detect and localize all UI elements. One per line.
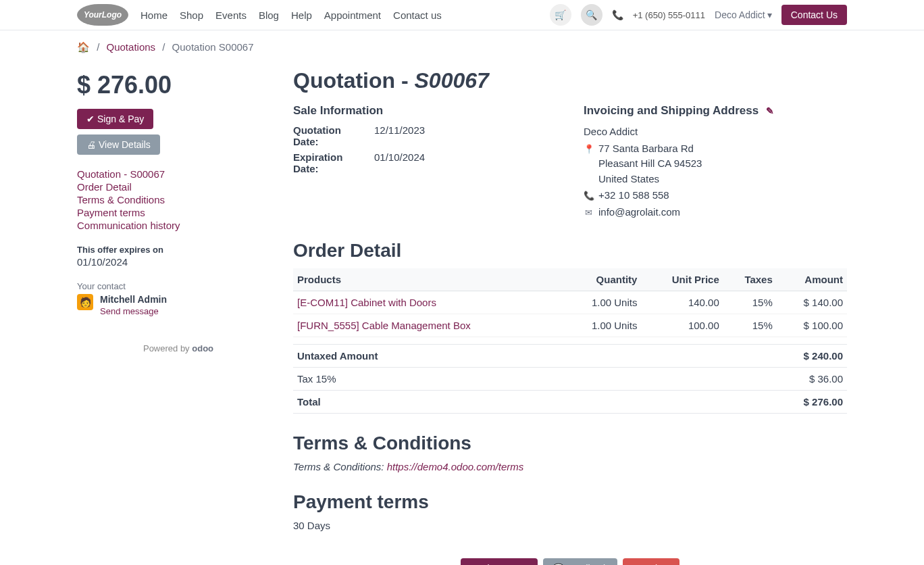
side-link-order[interactable]: Order Detail [77,181,280,193]
edit-address-button[interactable]: ✎ [766,105,774,116]
col-amount: Amount [777,268,847,291]
col-qty: Quantity [562,268,642,291]
side-link-terms[interactable]: Terms & Conditions [77,194,280,205]
address-email: info@agrolait.com [598,205,680,220]
phone-icon: 📞 [612,9,623,20]
page-title: Quotation - S00067 [293,68,847,93]
nav-help[interactable]: Help [291,9,312,21]
nav-appointment[interactable]: Appointment [324,9,381,21]
pin-icon: 📍 [584,141,593,156]
cell-qty: 1.00 Units [562,314,642,337]
side-link-payment[interactable]: Payment terms [77,207,280,218]
untaxed-label: Untaxed Amount [293,345,654,368]
contact-label: Your contact [77,281,280,291]
phone-icon: 📞 [584,188,593,203]
terms-head: Terms & Conditions [293,433,847,454]
totals-table: Untaxed Amount $ 240.00 Tax 15% $ 36.00 … [293,344,847,414]
cart-button[interactable]: 🛒 [550,4,571,26]
breadcrumb-quotations[interactable]: Quotations [107,41,156,53]
total-label: Total [293,391,654,414]
send-message-link[interactable]: Send message [100,306,159,316]
cell-amt: $ 100.00 [777,314,847,337]
powered-by: Powered by odoo [77,343,280,353]
address-line2: Pleasant Hill CA 94523 [598,156,702,172]
tax-value: $ 36.00 [654,368,847,391]
print-icon: 🖨 [86,139,96,150]
terms-link[interactable]: https://demo4.odoo.com/terms [387,461,524,472]
breadcrumb-current: Quotation S00067 [172,41,254,53]
untaxed-value: $ 240.00 [654,345,847,368]
cell-amt: $ 140.00 [777,291,847,314]
cell-unit: 100.00 [641,314,723,337]
address-line1: 77 Santa Barbara Rd [598,141,702,157]
tax-label: Tax 15% [293,368,654,391]
check-icon: ✔ [86,114,95,124]
main: Quotation - S00067 Sale Information Quot… [293,64,847,565]
col-unit: Unit Price [641,268,723,291]
sign-pay-button[interactable]: ✔ Sign & Pay [77,109,153,129]
product-link[interactable]: [FURN_5555] Cable Management Box [297,320,558,331]
nav-events[interactable]: Events [215,9,247,21]
side-nav: Quotation - S00067 Order Detail Terms & … [77,168,280,231]
contact-name: Mitchell Admin [100,294,167,305]
payment-terms-value: 30 Days [293,520,847,531]
nav-links: Home Shop Events Blog Help Appointment C… [140,9,442,21]
payment-terms-head: Payment terms [293,491,847,513]
expires-date: 01/10/2024 [77,256,280,268]
quotation-date-k: Quotation Date: [293,124,367,147]
view-details-button[interactable]: 🖨 View Details [77,134,160,155]
expiration-date-k: Expiration Date: [293,151,367,174]
user-dropdown[interactable]: Deco Addict ▾ [715,9,772,20]
order-table: Products Quantity Unit Price Taxes Amoun… [293,268,847,337]
product-link[interactable]: [E-COM11] Cabinet with Doors [297,297,558,308]
cell-qty: 1.00 Units [562,291,642,314]
breadcrumb: 🏠 / Quotations / Quotation S00067 [77,30,847,64]
sidebar: $ 276.00 ✔ Sign & Pay 🖨 View Details Quo… [77,64,280,353]
col-products: Products [293,268,562,291]
table-row: [E-COM11] Cabinet with Doors 1.00 Units … [293,291,847,314]
terms-label: Terms & Conditions: [293,461,387,472]
cell-unit: 140.00 [641,291,723,314]
nav-home[interactable]: Home [140,9,168,21]
pencil-icon: ✎ [766,105,774,116]
expiration-date-v: 01/10/2024 [374,151,557,174]
sale-info-head: Sale Information [293,104,557,118]
breadcrumb-home[interactable]: 🏠 [77,41,90,53]
cell-tax: 15% [723,291,777,314]
contact-us-button[interactable]: Contact Us [781,5,847,25]
address-phone: +32 10 588 558 [598,188,669,203]
nav-blog[interactable]: Blog [259,9,279,21]
sign-pay-button-bottom[interactable]: ✔ Sign & Pay [461,558,537,565]
search-icon: 🔍 [586,9,597,20]
quotation-date-v: 12/11/2023 [374,124,557,147]
logo[interactable]: YourLogo [77,4,128,26]
reject-button[interactable]: ✖ Reject [623,558,679,565]
avatar: 🧑 [77,294,93,310]
address-head: Invoicing and Shipping Address ✎ [584,104,847,118]
action-bar: ✔ Sign & Pay 💬 Feedback ✖ Reject [293,558,847,565]
address-name: Deco Addict [584,124,847,140]
navbar: YourLogo Home Shop Events Blog Help Appo… [0,0,924,30]
total-value: $ 276.00 [654,391,847,414]
side-link-quotation[interactable]: Quotation - S00067 [77,168,280,180]
mail-icon: ✉ [584,205,593,220]
chevron-down-icon: ▾ [767,9,772,20]
feedback-button[interactable]: 💬 Feedback [543,558,617,565]
search-button[interactable]: 🔍 [581,4,602,26]
phone-number: +1 (650) 555-0111 [633,10,705,20]
table-row: [FURN_5555] Cable Management Box 1.00 Un… [293,314,847,337]
expires-label: This offer expires on [77,245,280,255]
cell-tax: 15% [723,314,777,337]
address-line3: United States [598,172,702,187]
nav-contact[interactable]: Contact us [393,9,442,21]
total-price: $ 276.00 [77,71,280,99]
home-icon: 🏠 [77,41,90,53]
cart-icon: 🛒 [555,9,566,20]
nav-shop[interactable]: Shop [180,9,203,21]
order-detail-head: Order Detail [293,240,847,262]
col-taxes: Taxes [723,268,777,291]
side-link-comm[interactable]: Communication history [77,220,280,231]
